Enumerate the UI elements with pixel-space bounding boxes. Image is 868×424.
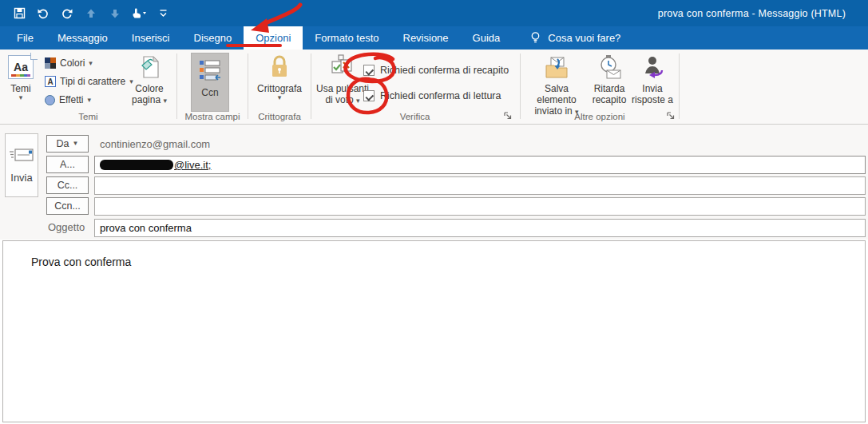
colore-pagina-label-2: pagina bbox=[132, 94, 161, 105]
ritarda-label-1: Ritarda bbox=[594, 83, 625, 94]
ccn-toggle-button[interactable]: Ccn bbox=[191, 53, 229, 112]
dropdown-arrow-icon: ▾ bbox=[19, 94, 23, 101]
da-button-label: Da bbox=[57, 138, 69, 149]
group-label-crittografa: Crittografa bbox=[249, 112, 310, 121]
outlook-message-window: prova con conferma - Messaggio (HTML) Fi… bbox=[0, 0, 868, 424]
crittografa-button[interactable]: Crittografa ▾ bbox=[252, 53, 307, 101]
richiedi-conferma-recapito-row[interactable]: Richiedi conferma di recapito bbox=[363, 63, 509, 77]
tab-formato-testo[interactable]: Formato testo bbox=[303, 26, 390, 50]
dropdown-arrow-icon: ▾ bbox=[278, 94, 282, 101]
move-up-icon[interactable] bbox=[81, 5, 101, 22]
touch-mouse-mode-icon[interactable] bbox=[129, 5, 149, 22]
temi-button[interactable]: Aa Temi ▾ bbox=[5, 53, 37, 101]
delay-delivery-icon bbox=[596, 53, 623, 81]
tell-me-search[interactable]: Cosa vuoi fare? bbox=[529, 26, 620, 50]
ccn-field[interactable] bbox=[94, 197, 866, 216]
direct-replies-icon bbox=[640, 53, 664, 81]
send-envelope-icon bbox=[9, 147, 34, 165]
checkbox-lettura-checked-icon[interactable] bbox=[363, 90, 375, 101]
tab-file[interactable]: File bbox=[5, 26, 46, 50]
oggetto-label: Oggetto bbox=[48, 221, 85, 233]
themes-icon: Aa bbox=[8, 53, 34, 81]
dropdown-arrow-icon: ▾ bbox=[89, 60, 93, 66]
effetti-button[interactable]: Effetti ▾ bbox=[45, 93, 91, 107]
da-field[interactable]: continienzo@gmail.com bbox=[94, 135, 866, 153]
page-color-icon bbox=[137, 53, 161, 81]
send-button[interactable]: Invia bbox=[5, 133, 38, 197]
a-field[interactable]: @live.it; bbox=[94, 156, 866, 174]
tab-messaggio[interactable]: Messaggio bbox=[46, 26, 120, 50]
altre-opzioni-dialog-launcher-icon[interactable] bbox=[666, 111, 676, 121]
ccn-button-label: Ccn... bbox=[54, 200, 81, 212]
tab-disegno[interactable]: Disegno bbox=[182, 26, 244, 50]
ccn-button[interactable]: Ccn... bbox=[46, 197, 89, 215]
ritarda-recapito-button[interactable]: Ritarda recapito bbox=[588, 53, 631, 105]
colori-button[interactable]: Colori ▾ bbox=[45, 56, 93, 70]
richiedi-conferma-lettura-row[interactable]: Richiedi conferma di lettura bbox=[363, 89, 501, 103]
vote-label-1: Usa pulsanti bbox=[316, 83, 369, 94]
checkbox-recapito-checked-icon[interactable] bbox=[363, 65, 375, 76]
a-button[interactable]: A... bbox=[46, 156, 89, 173]
redo-icon[interactable] bbox=[57, 5, 77, 22]
fonts-icon: A bbox=[45, 76, 56, 87]
tell-me-label: Cosa vuoi fare? bbox=[548, 32, 620, 44]
tipi-di-carattere-label: Tipi di carattere bbox=[60, 76, 125, 87]
group-label-altre-opzioni: Altre opzioni bbox=[524, 112, 676, 121]
tipi-di-carattere-button[interactable]: A Tipi di carattere ▾ bbox=[45, 74, 133, 89]
group-label-mostra-campi: Mostra campi bbox=[179, 112, 246, 121]
salva-elemento-inviato-button[interactable]: Salva elemento inviato in ▾ bbox=[525, 53, 588, 117]
tab-inserisci[interactable]: Inserisci bbox=[120, 26, 182, 50]
send-button-label: Invia bbox=[10, 172, 32, 184]
crittografa-button-label: Crittografa bbox=[257, 83, 302, 94]
tab-opzioni[interactable]: Opzioni bbox=[244, 26, 303, 50]
voting-buttons-icon bbox=[329, 53, 356, 81]
message-header: Invia Da ▼ continienzo@gmail.com A... @l… bbox=[0, 125, 868, 240]
checkbox-recapito-label: Richiedi conferma di recapito bbox=[380, 65, 509, 76]
temi-button-label: Temi bbox=[10, 83, 30, 94]
lightbulb-icon bbox=[529, 31, 541, 45]
lock-icon bbox=[268, 53, 291, 81]
verifica-dialog-launcher-icon[interactable] bbox=[503, 111, 513, 121]
tab-guida[interactable]: Guida bbox=[461, 26, 513, 50]
effetti-label: Effetti bbox=[59, 94, 83, 105]
a-button-label: A... bbox=[60, 159, 75, 170]
ribbon-opzioni: Aa Temi ▾ Colori ▾ A Tipi di carattere ▾… bbox=[0, 50, 868, 125]
message-body-editor[interactable]: Prova con conferma bbox=[2, 240, 866, 422]
salva-label-1: Salva elemento bbox=[537, 83, 576, 105]
dropdown-arrow-icon: ▾ bbox=[87, 97, 91, 103]
dropdown-arrow-icon: ▾ bbox=[163, 97, 167, 105]
ribbon-tab-bar: File Messaggio Inserisci Disegno Opzioni… bbox=[0, 26, 868, 50]
cc-field[interactable] bbox=[94, 176, 866, 195]
da-button[interactable]: Da ▼ bbox=[46, 135, 89, 153]
dropdown-arrow-icon: ▼ bbox=[73, 141, 79, 147]
move-down-icon[interactable] bbox=[105, 5, 125, 22]
da-value: continienzo@gmail.com bbox=[100, 138, 210, 150]
title-bar: prova con conferma - Messaggio (HTML) bbox=[0, 0, 868, 26]
effects-icon bbox=[45, 95, 55, 105]
colore-pagina-label-1: Colore bbox=[135, 83, 163, 94]
dropdown-arrow-icon: ▾ bbox=[356, 97, 360, 105]
theme-colors-icon bbox=[45, 57, 56, 69]
colore-pagina-button[interactable]: Colore pagina ▾ bbox=[126, 53, 172, 105]
save-icon[interactable] bbox=[10, 5, 29, 22]
undo-icon[interactable] bbox=[34, 5, 53, 22]
cc-button-label: Cc... bbox=[57, 180, 78, 191]
customize-quick-access-icon[interactable] bbox=[153, 5, 172, 22]
group-label-temi: Temi bbox=[0, 112, 176, 121]
invia-risposte-label-2: risposte a bbox=[632, 94, 673, 105]
usa-pulsanti-di-voto-button[interactable]: Usa pulsanti di voto ▾ bbox=[315, 53, 371, 105]
a-recipient-domain: @live.it; bbox=[174, 159, 211, 171]
invia-risposte-a-button[interactable]: Invia risposte a bbox=[629, 53, 676, 105]
bcc-fields-icon bbox=[198, 57, 222, 85]
oggetto-field[interactable]: prova con conferma bbox=[94, 219, 866, 237]
vote-label-2: di voto bbox=[325, 94, 353, 105]
tab-revisione[interactable]: Revisione bbox=[391, 26, 461, 50]
cc-button[interactable]: Cc... bbox=[46, 176, 89, 194]
quick-access-toolbar bbox=[0, 5, 172, 22]
colori-label: Colori bbox=[60, 57, 85, 69]
checkbox-lettura-label: Richiedi conferma di lettura bbox=[380, 90, 501, 101]
ccn-button-label: Ccn bbox=[201, 87, 218, 98]
oggetto-value: prova con conferma bbox=[100, 222, 192, 234]
message-body-text: Prova con conferma bbox=[31, 256, 131, 268]
window-title: prova con conferma - Messaggio (HTML) bbox=[658, 0, 846, 26]
